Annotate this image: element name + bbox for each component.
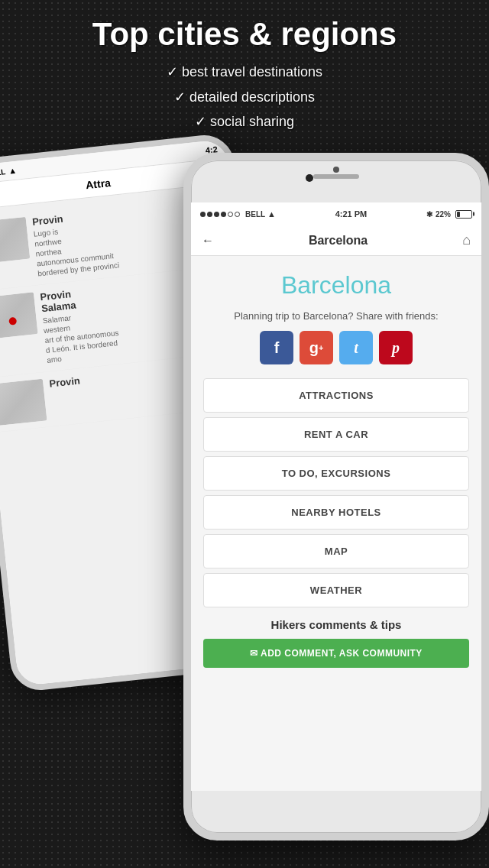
pinterest-button[interactable]: p	[379, 331, 413, 364]
front-camera	[333, 167, 339, 173]
carrier-label: BELL	[245, 210, 265, 219]
map-thumbnail	[0, 217, 30, 264]
add-comment-button[interactable]: ✉ ADD COMMENT, ASK COMMUNITY	[203, 639, 469, 668]
back-carrier: ○○ BELL	[0, 167, 6, 179]
checkmark-3: ✓	[195, 114, 210, 129]
weather-button[interactable]: WEATHER	[203, 573, 469, 607]
wifi-icon: ▲	[267, 209, 276, 219]
city-title: Barcelona	[203, 271, 469, 300]
battery-pct: 22%	[436, 210, 451, 219]
map-thumbnail	[0, 292, 38, 338]
back-nav-title: Attra	[85, 177, 111, 191]
phone-speaker	[313, 174, 359, 179]
hikers-title: Hikers comments & tips	[203, 618, 469, 631]
checkmark-1: ✓	[167, 64, 182, 79]
hikers-section: Hikers comments & tips ✉ ADD COMMENT, AS…	[203, 618, 469, 668]
back-button[interactable]: ←	[202, 234, 214, 248]
attractions-button[interactable]: ATTRACTIONS	[203, 378, 469, 413]
back-wifi-icon: ▲	[8, 166, 17, 176]
nav-bar: ← Barcelona ⌂	[191, 225, 481, 256]
nearby-hotels-button[interactable]: NEARBY HOTELS	[203, 495, 469, 530]
share-text: Planning trip to Barcelona? Share with f…	[203, 310, 469, 322]
gplus-button[interactable]: g+	[300, 331, 333, 364]
twitter-button[interactable]: t	[339, 331, 373, 364]
social-buttons-row: f g+ t p	[203, 331, 469, 364]
map-button[interactable]: MAP	[203, 534, 469, 568]
phone-camera	[306, 174, 313, 182]
map-thumbnail	[0, 379, 47, 426]
phone-front: BELL ▲ 4:21 PM ✱ 22% ← Barcelona ⌂	[183, 153, 489, 840]
time-label: 4:21 PM	[335, 209, 368, 219]
facebook-button[interactable]: f	[260, 331, 293, 364]
battery-fill	[457, 212, 460, 217]
main-title: Top cities & regions	[0, 15, 489, 53]
battery-icon	[455, 210, 472, 219]
checkmark-2: ✓	[174, 89, 189, 105]
feature-list: ✓ best travel destinations ✓ detailed de…	[0, 60, 489, 134]
todo-excursions-button[interactable]: TO DO, EXCURSIONS	[203, 456, 469, 491]
bluetooth-icon: ✱	[426, 210, 432, 219]
scroll-content: Barcelona Planning trip to Barcelona? Sh…	[191, 256, 481, 683]
phone-screen: BELL ▲ 4:21 PM ✱ 22% ← Barcelona ⌂	[191, 202, 481, 791]
status-bar: BELL ▲ 4:21 PM ✱ 22%	[191, 202, 481, 225]
home-button[interactable]: ⌂	[462, 232, 471, 248]
nav-title: Barcelona	[309, 234, 368, 248]
signal-dots	[200, 212, 240, 217]
rent-a-car-button[interactable]: RENT A CAR	[203, 417, 469, 452]
feature-item-3: ✓ social sharing	[0, 109, 489, 134]
feature-item-2: ✓ detailed descriptions	[0, 85, 489, 109]
feature-item-1: ✓ best travel destinations	[0, 60, 489, 84]
top-text-area: Top cities & regions ✓ best travel desti…	[0, 15, 489, 134]
